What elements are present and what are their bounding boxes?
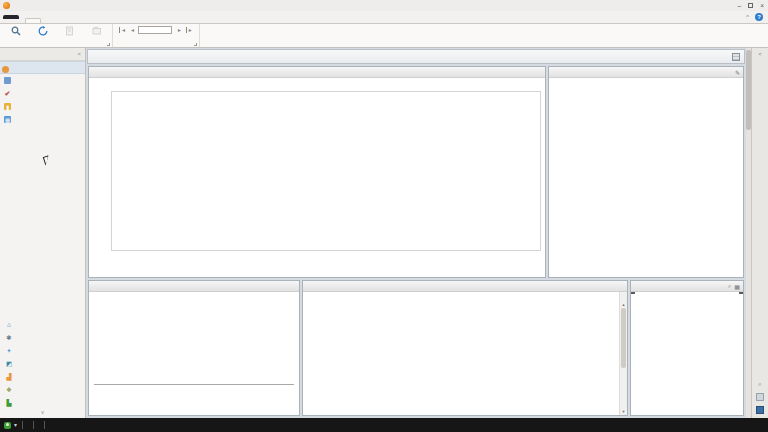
prev-page-button[interactable]: ◄ xyxy=(129,27,136,33)
favorite-reports-icon: ▮ xyxy=(4,103,11,110)
tab-tools[interactable] xyxy=(57,18,73,23)
nav-resources[interactable]: ▙ xyxy=(0,396,85,409)
dashboard-header xyxy=(87,49,745,64)
tab-about[interactable] xyxy=(89,18,105,23)
tab-new[interactable] xyxy=(41,18,57,23)
sidebar-item-my-work[interactable] xyxy=(0,74,85,87)
app-logo-icon xyxy=(3,2,10,9)
open-record-button xyxy=(83,25,110,37)
task-check-icon: ✔ xyxy=(4,90,11,97)
edit-panel-icon[interactable]: ✎ xyxy=(735,69,740,76)
search-icon xyxy=(11,26,21,36)
panel-task-progress: ✎ xyxy=(548,66,744,278)
panel-my-tasks xyxy=(88,66,546,278)
my-tasks-x-axis xyxy=(111,255,541,263)
search-all-button[interactable] xyxy=(2,25,29,37)
expand-preview-icon[interactable]: < xyxy=(758,48,762,60)
collapse-ribbon-icon[interactable]: ^ xyxy=(746,14,749,20)
task-list-scrollbar[interactable]: ▲ ▼ xyxy=(619,292,627,415)
ribbon-group-pages: ◄ ◄ ► ► xyxy=(113,24,200,47)
my-tasks-plot xyxy=(111,91,541,251)
last-page-button[interactable]: ► xyxy=(185,27,194,33)
panel-task-list: ▲ ▼ xyxy=(302,280,628,416)
processes-icon: ✦ xyxy=(5,347,13,355)
dashboard-settings-icon[interactable] xyxy=(732,53,740,61)
projects-icon: ◩ xyxy=(5,360,13,368)
document-preview-strip: < ⌕ xyxy=(751,48,768,418)
group-expander-icon[interactable] xyxy=(107,43,110,46)
refresh-button[interactable] xyxy=(29,25,56,37)
new-record-icon xyxy=(65,26,75,36)
main-content: ✎ xyxy=(86,48,746,418)
team-tasks-labels xyxy=(94,386,294,415)
nav-home[interactable]: ⌂ xyxy=(0,318,85,331)
relationships-icon: ❖ xyxy=(5,386,13,394)
next-page-button[interactable]: ► xyxy=(176,27,183,33)
scroll-up-icon[interactable]: ▲ xyxy=(620,302,627,307)
user-icon xyxy=(4,422,11,429)
tab-main[interactable] xyxy=(25,18,41,23)
help-icon[interactable]: ? xyxy=(755,13,763,21)
sidebar-item-favorite-reports[interactable]: ▮ xyxy=(0,100,85,113)
home-icon: ⌂ xyxy=(5,321,13,328)
status-bar: ▾ xyxy=(0,418,768,432)
sidebar-header[interactable]: < xyxy=(0,48,85,61)
sidebar-item-timesheets[interactable]: ▦ xyxy=(0,113,85,126)
options-button[interactable] xyxy=(3,15,19,19)
timesheets-icon: ▦ xyxy=(4,116,11,123)
page-number-input[interactable] xyxy=(138,26,172,34)
refresh-icon xyxy=(38,26,48,36)
sidebar: < ✔ ▮ ▦ ⌂ ✱ ✦ ◩ ▟ ❖ ▙ ∨ xyxy=(0,48,86,418)
title-bar: – × xyxy=(0,0,768,11)
nav-documents[interactable]: ✱ xyxy=(0,331,85,344)
sidebar-item-my-dashboard[interactable] xyxy=(0,61,85,74)
minimize-button[interactable]: – xyxy=(738,2,742,9)
range-start-badge[interactable] xyxy=(631,292,635,294)
clear-filter-icon[interactable]: ⌕ xyxy=(728,283,731,290)
range-filter-chart[interactable] xyxy=(631,292,743,406)
gauges xyxy=(549,78,743,277)
restore-button[interactable] xyxy=(748,3,753,8)
ribbon-group-main xyxy=(0,24,113,47)
group-expander-icon[interactable] xyxy=(194,43,197,46)
preview-search-icon[interactable]: ⌕ xyxy=(756,380,764,388)
sidebar-item-tasks[interactable]: ✔ xyxy=(0,87,85,100)
my-work-icon xyxy=(4,77,11,84)
nav-projects[interactable]: ◩ xyxy=(0,357,85,370)
nav-relationships[interactable]: ❖ xyxy=(0,383,85,396)
resources-icon: ▙ xyxy=(5,399,13,407)
panel-range-filter: ⌕ ▦ xyxy=(630,280,744,416)
panel-team-tasks xyxy=(88,280,300,416)
team-tasks-plot xyxy=(94,305,294,385)
range-end-badge[interactable] xyxy=(739,292,743,294)
nav-processes[interactable]: ✦ xyxy=(0,344,85,357)
status-user[interactable]: ▾ xyxy=(14,422,17,428)
app-window: – × ^ ? xyxy=(0,0,768,432)
reports-icon: ▟ xyxy=(5,373,13,381)
my-tasks-y-axis xyxy=(94,91,109,251)
documents-icon: ✱ xyxy=(5,334,13,342)
nav-reports[interactable]: ▟ xyxy=(0,370,85,383)
collapse-sidebar-icon[interactable]: < xyxy=(77,51,81,57)
preview-image-icon[interactable] xyxy=(756,393,764,401)
calendar-icon[interactable]: ▦ xyxy=(734,283,740,290)
ribbon-toolbar: ◄ ◄ ► ► xyxy=(0,24,768,48)
tab-dashboard[interactable] xyxy=(73,18,89,23)
dashboard-icon xyxy=(2,66,9,73)
open-record-icon xyxy=(92,26,102,36)
ribbon-tab-bar: ^ ? xyxy=(0,11,768,24)
close-button[interactable]: × xyxy=(760,2,764,9)
scroll-down-icon[interactable]: ▼ xyxy=(620,409,627,414)
scrollbar-thumb[interactable] xyxy=(621,308,626,368)
nav-expander-icon[interactable]: ∨ xyxy=(0,409,85,418)
new-button xyxy=(56,25,83,37)
preview-mode-icon[interactable] xyxy=(756,406,764,414)
first-page-button[interactable]: ◄ xyxy=(118,27,127,33)
